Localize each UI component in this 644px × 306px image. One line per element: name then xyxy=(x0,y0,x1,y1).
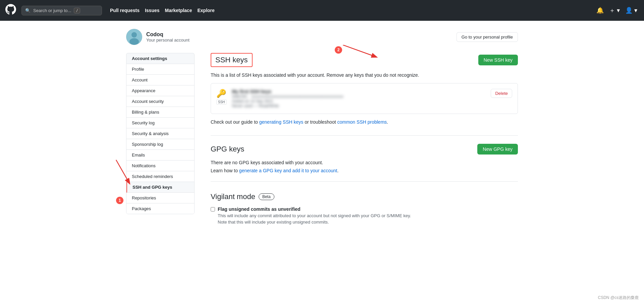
generating-ssh-keys-link[interactable]: generating SSH keys xyxy=(259,119,304,125)
sidebar-item-sponsorship-log[interactable]: Sponsorship log xyxy=(126,139,194,150)
gpg-empty-text: There are no GPG keys associated with yo… xyxy=(211,160,518,165)
sidebar-item-emails[interactable]: Emails xyxy=(126,150,194,161)
user-header: Codoq Your personal account Go to your p… xyxy=(126,29,518,45)
delete-ssh-key-button[interactable]: Delete xyxy=(491,89,512,98)
new-gpg-key-button[interactable]: New GPG key xyxy=(477,144,518,155)
nav-issues[interactable]: Issues xyxy=(145,8,160,13)
key-last-used: Never used — Read/Write xyxy=(232,104,486,108)
gpg-link-prefix: Learn how to xyxy=(211,168,239,173)
beta-badge: Beta xyxy=(259,193,274,200)
main-content: 2 xyxy=(200,53,518,225)
nav-explore[interactable]: Explore xyxy=(197,8,214,13)
vigilant-title: Vigilant mode xyxy=(211,192,255,201)
key-type-badge: SSH xyxy=(216,100,227,105)
vigilant-checkbox-content: Flag unsigned commits as unverified This… xyxy=(218,206,411,225)
sidebar-item-scheduled-reminders[interactable]: Scheduled reminders xyxy=(126,171,194,182)
ssh-section-title: SSH keys xyxy=(215,56,248,64)
gpg-section-title: GPG keys xyxy=(211,145,244,154)
gpg-section: GPG keys New GPG key There are no GPG ke… xyxy=(211,144,518,173)
vigilant-mode-checkbox[interactable] xyxy=(211,207,215,211)
sidebar-item-security-analysis[interactable]: Security & analysis xyxy=(126,128,194,139)
vigilant-header: Vigilant mode Beta xyxy=(211,192,518,201)
key-name: My first SSH keys xyxy=(232,89,486,94)
annotation-badge-2: 2 xyxy=(335,46,342,54)
key-details: My first SSH keys SHA256: xxxxxxxxxxxxxx… xyxy=(232,89,486,108)
ssh-section-header: SSH keys New SSH key xyxy=(211,53,518,67)
sidebar-item-notifications[interactable]: Notifications xyxy=(126,161,194,171)
username-text: Codoq xyxy=(146,32,190,38)
user-info: Codoq Your personal account xyxy=(146,32,190,43)
sidebar: Account settings Profile Account Appeara… xyxy=(126,53,200,225)
generate-gpg-key-link[interactable]: generate a GPG key and add it to your ac… xyxy=(239,168,337,173)
sidebar-item-packages[interactable]: Packages xyxy=(126,203,194,214)
github-logo-icon xyxy=(5,4,16,17)
create-new-icon[interactable]: ＋ ▾ xyxy=(608,5,621,16)
watermark-text: CSDN @cs迷路的麋鹿 xyxy=(598,295,639,301)
new-ssh-key-button[interactable]: New SSH key xyxy=(478,55,518,65)
topnav-right-actions: 🔔 ＋ ▾ 👤 ▾ xyxy=(595,5,639,16)
nav-marketplace[interactable]: Marketplace xyxy=(165,8,192,13)
common-ssh-problems-link[interactable]: common SSH problems xyxy=(337,119,387,125)
svg-point-2 xyxy=(129,38,139,45)
sidebar-item-account[interactable]: Account xyxy=(126,75,194,85)
ssh-description: This is a list of SSH keys associated wi… xyxy=(211,72,518,78)
sidebar-item-security-log[interactable]: Security log xyxy=(126,118,194,128)
vigilant-desc-1: This will include any commit attributed … xyxy=(218,213,411,218)
vigilant-checkbox-row: Flag unsigned commits as unverified This… xyxy=(211,206,518,225)
sidebar-item-ssh-gpg-keys[interactable]: SSH and GPG keys xyxy=(126,182,194,193)
sidebar-nav: Profile Account Appearance Account secur… xyxy=(126,64,195,214)
vigilant-desc-2: Note that this will include your existin… xyxy=(218,220,411,225)
search-placeholder-text: Search or jump to... xyxy=(33,8,71,13)
gpg-link-suffix: . xyxy=(337,168,338,173)
section-divider-1 xyxy=(211,135,518,136)
annotation-2-area: 2 xyxy=(335,46,342,54)
search-bar[interactable]: 🔍 Search or jump to... / xyxy=(21,6,102,15)
key-fingerprint: SHA256: xxxxxxxxxxxxxxxxxxxxxxxxxxxxxxxx… xyxy=(232,94,486,99)
key-icon: 🔑 xyxy=(216,89,226,98)
guide-text: Check out our guide to generating SSH ke… xyxy=(211,119,518,125)
go-to-personal-profile-button[interactable]: Go to your personal profile xyxy=(457,32,518,42)
avatar xyxy=(126,29,142,45)
sidebar-item-account-security[interactable]: Account security xyxy=(126,96,194,107)
gpg-link-text: Learn how to generate a GPG key and add … xyxy=(211,168,518,173)
two-col-layout: Account settings Profile Account Appeara… xyxy=(126,53,518,225)
annotation-badge-1: 1 xyxy=(116,197,123,204)
account-subtitle: Your personal account xyxy=(146,38,190,43)
key-icon-area: 🔑 SSH xyxy=(216,89,227,105)
notifications-bell-icon[interactable]: 🔔 xyxy=(595,5,605,15)
vigilant-checkbox-label[interactable]: Flag unsigned commits as unverified xyxy=(218,206,301,212)
sidebar-item-appearance[interactable]: Appearance xyxy=(126,85,194,96)
top-navigation: 🔍 Search or jump to... / Pull requests I… xyxy=(0,0,644,21)
ssh-key-card: 🔑 SSH My first SSH keys SHA256: xxxxxxxx… xyxy=(211,83,518,114)
gpg-section-header: GPG keys New GPG key xyxy=(211,144,518,155)
ssh-section-title-box: SSH keys xyxy=(211,53,253,67)
svg-point-1 xyxy=(131,32,137,38)
user-avatar-menu[interactable]: 👤 ▾ xyxy=(624,5,639,15)
sidebar-item-profile[interactable]: Profile xyxy=(126,64,194,75)
guide-middle-text: or troubleshoot xyxy=(303,119,337,125)
key-added-date: Added on 14 Sep 2021 xyxy=(232,99,486,104)
search-shortcut-key: / xyxy=(74,8,80,13)
vigilant-section: Vigilant mode Beta Flag unsigned commits… xyxy=(211,192,518,225)
topnav-links: Pull requests Issues Marketplace Explore xyxy=(110,8,215,13)
sidebar-heading: Account settings xyxy=(126,53,195,64)
nav-pull-requests[interactable]: Pull requests xyxy=(110,8,140,13)
search-icon: 🔍 xyxy=(25,8,31,13)
sidebar-item-billing[interactable]: Billing & plans xyxy=(126,107,194,118)
guide-prefix: Check out our guide to xyxy=(211,119,259,125)
guide-suffix-text: . xyxy=(387,119,388,125)
section-divider-2 xyxy=(211,181,518,182)
